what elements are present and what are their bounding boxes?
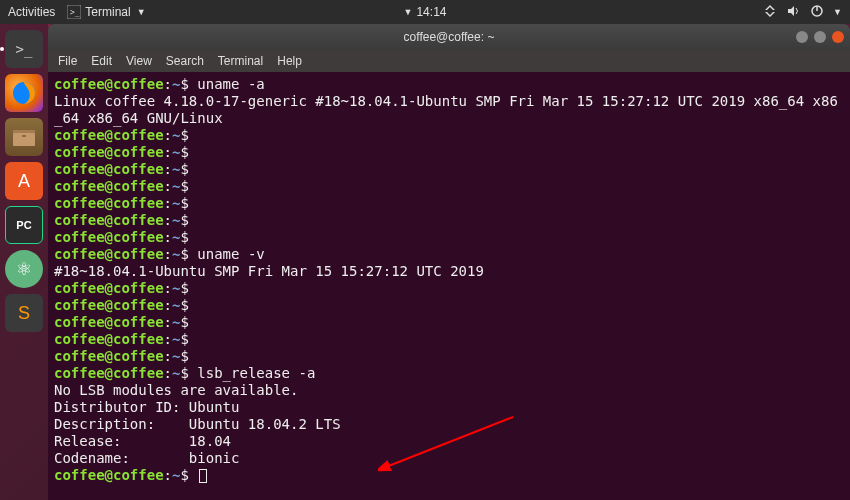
terminal-line: Release: 18.04 (54, 433, 844, 450)
terminal-line: coffee@coffee:~$ (54, 331, 844, 348)
pycharm-icon: PC (16, 219, 31, 231)
menu-edit[interactable]: Edit (91, 54, 112, 68)
menu-terminal[interactable]: Terminal (218, 54, 263, 68)
sublime-icon: S (18, 303, 30, 324)
terminal-line: coffee@coffee:~$ (54, 467, 844, 484)
terminal-line: coffee@coffee:~$ (54, 297, 844, 314)
svg-rect-5 (13, 130, 35, 133)
terminal-window: coffee@coffee: ~ File Edit View Search T… (48, 24, 850, 500)
terminal-line: No LSB modules are available. (54, 382, 844, 399)
power-icon (811, 5, 823, 20)
menu-search[interactable]: Search (166, 54, 204, 68)
launcher-dock: >_ A PC ⚛ S (0, 24, 48, 500)
firefox-icon (11, 80, 37, 106)
window-controls (796, 31, 844, 43)
network-icon (763, 5, 777, 20)
terminal-line: coffee@coffee:~$ (54, 229, 844, 246)
chevron-down-icon: ▼ (137, 7, 146, 17)
terminal-line: coffee@coffee:~$ uname -v (54, 246, 844, 263)
launcher-item-files[interactable] (5, 118, 43, 156)
svg-rect-7 (22, 135, 26, 137)
terminal-line: coffee@coffee:~$ (54, 195, 844, 212)
chevron-down-icon: ▼ (833, 7, 842, 17)
files-icon (11, 126, 37, 148)
launcher-item-firefox[interactable] (5, 74, 43, 112)
software-icon: A (18, 171, 30, 192)
launcher-item-sublime[interactable]: S (5, 294, 43, 332)
launcher-item-pycharm[interactable]: PC (5, 206, 43, 244)
window-titlebar[interactable]: coffee@coffee: ~ (48, 24, 850, 50)
clock-time: 14:14 (416, 5, 446, 19)
terminal-line: coffee@coffee:~$ (54, 314, 844, 331)
terminal-line: #18~18.04.1-Ubuntu SMP Fri Mar 15 15:27:… (54, 263, 844, 280)
menu-file[interactable]: File (58, 54, 77, 68)
window-title: coffee@coffee: ~ (404, 30, 495, 44)
clock[interactable]: ▼ 14:14 (404, 5, 447, 19)
terminal-icon: >_ (16, 41, 33, 57)
menu-help[interactable]: Help (277, 54, 302, 68)
terminal-line: coffee@coffee:~$ uname -a (54, 76, 844, 93)
terminal-line: coffee@coffee:~$ (54, 161, 844, 178)
close-button[interactable] (832, 31, 844, 43)
app-menu[interactable]: >_ Terminal ▼ (67, 5, 145, 19)
terminal-line: Distributor ID: Ubuntu (54, 399, 844, 416)
terminal-line: coffee@coffee:~$ (54, 212, 844, 229)
launcher-item-atom[interactable]: ⚛ (5, 250, 43, 288)
launcher-item-terminal[interactable]: >_ (5, 30, 43, 68)
menu-view[interactable]: View (126, 54, 152, 68)
menubar: File Edit View Search Terminal Help (48, 50, 850, 72)
sound-icon (787, 5, 801, 20)
svg-text:>_: >_ (70, 8, 80, 17)
activities-button[interactable]: Activities (8, 5, 55, 19)
atom-icon: ⚛ (16, 258, 32, 280)
status-area[interactable]: ▼ (763, 5, 842, 20)
top-panel: Activities >_ Terminal ▼ ▼ 14:14 ▼ (0, 0, 850, 24)
terminal-line: coffee@coffee:~$ (54, 348, 844, 365)
terminal-line: Linux coffee 4.18.0-17-generic #18~18.04… (54, 93, 844, 127)
terminal-icon: >_ (67, 5, 81, 19)
maximize-button[interactable] (814, 31, 826, 43)
terminal-line: coffee@coffee:~$ (54, 144, 844, 161)
terminal-body[interactable]: coffee@coffee:~$ uname -a Linux coffee 4… (48, 72, 850, 500)
terminal-line: coffee@coffee:~$ (54, 280, 844, 297)
svg-rect-6 (13, 133, 35, 146)
minimize-button[interactable] (796, 31, 808, 43)
terminal-line: Description: Ubuntu 18.04.2 LTS (54, 416, 844, 433)
chevron-down-icon: ▼ (404, 7, 413, 17)
terminal-line: Codename: bionic (54, 450, 844, 467)
app-menu-label: Terminal (85, 5, 130, 19)
cursor (199, 469, 207, 483)
terminal-line: coffee@coffee:~$ (54, 178, 844, 195)
terminal-line: coffee@coffee:~$ lsb_release -a (54, 365, 844, 382)
launcher-item-software[interactable]: A (5, 162, 43, 200)
terminal-line: coffee@coffee:~$ (54, 127, 844, 144)
